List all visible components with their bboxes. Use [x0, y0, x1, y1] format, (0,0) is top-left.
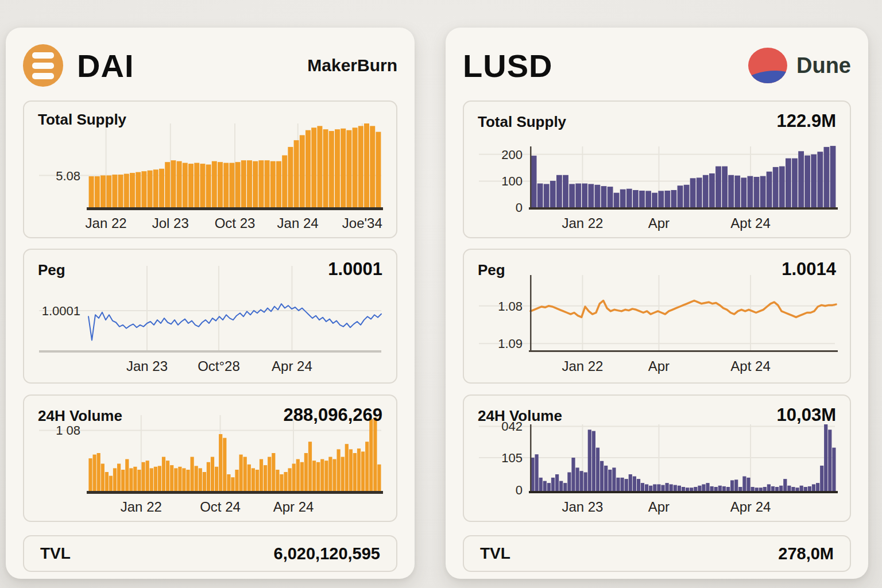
bar: [364, 123, 369, 207]
bar: [345, 444, 349, 491]
bar: [203, 472, 206, 491]
bar: [105, 472, 109, 491]
bar: [329, 131, 334, 207]
lusd-volume-chart: 0421050Jan 23AprApr 24: [475, 404, 838, 517]
bar: [282, 156, 287, 208]
bar: [722, 486, 726, 491]
bar: [820, 466, 823, 491]
bar: [159, 169, 164, 207]
bar: [760, 176, 766, 207]
bar: [272, 453, 275, 491]
bar: [317, 126, 322, 207]
bar: [666, 483, 669, 491]
lusd-peg-canvas: 1.081.09Jan 22AprApt 24: [475, 258, 838, 379]
dai-peg-canvas: 1.0001Jan 23Oct°28Apr 24: [36, 258, 385, 379]
y-tick-label: 042: [501, 419, 523, 434]
bar: [264, 465, 267, 491]
y-axis-line: [530, 146, 532, 207]
dai-peg-panel: Peg 1.0001 1.0001Jan 23Oct°28Apr 24: [23, 249, 397, 384]
x-tick-label: Apr 24: [730, 499, 771, 514]
source-link[interactable]: Dune: [796, 53, 851, 78]
tvl-label: TVL: [40, 544, 71, 563]
x-axis-line: [87, 491, 383, 494]
bar: [324, 461, 328, 491]
bar: [142, 462, 145, 491]
bar: [547, 483, 551, 491]
bar: [335, 129, 340, 207]
bar: [563, 483, 567, 491]
bar: [223, 163, 229, 207]
bar: [121, 470, 125, 491]
bar: [223, 438, 226, 491]
bar: [697, 177, 702, 207]
bar: [376, 132, 381, 207]
series-line: [531, 301, 836, 318]
x-tick-label: Apr: [648, 215, 670, 231]
x-tick-label: Apt 24: [730, 358, 770, 374]
bar: [812, 484, 815, 491]
bar: [353, 127, 358, 207]
token-title: LUSD: [463, 47, 552, 84]
x-axis-line: [529, 350, 838, 352]
x-tick-label: Oct 23: [215, 215, 256, 231]
x-tick-label: Oct 24: [200, 499, 241, 514]
bar: [734, 479, 738, 491]
bar: [95, 176, 100, 207]
bar: [212, 161, 217, 207]
bar: [177, 161, 182, 207]
bar: [150, 468, 153, 491]
bar: [101, 464, 105, 492]
bar: [576, 467, 579, 491]
bar: [88, 458, 92, 491]
bar: [305, 130, 311, 207]
y-tick-label: 1.0001: [42, 304, 80, 318]
bar: [284, 472, 287, 491]
bar: [678, 185, 683, 207]
bar: [804, 156, 810, 207]
bar: [800, 486, 803, 491]
x-tick-label: Jan 22: [121, 499, 162, 514]
bar: [170, 465, 173, 491]
bar: [194, 163, 199, 207]
bar: [174, 468, 177, 491]
bar: [265, 160, 270, 207]
lusd-card-header: LUSD Dune: [463, 40, 851, 91]
bar: [787, 486, 791, 491]
bar: [243, 457, 247, 491]
bar: [89, 176, 94, 207]
bar: [304, 453, 308, 491]
bar: [125, 459, 129, 491]
bar: [328, 457, 332, 491]
dune-logo-icon: [748, 48, 787, 83]
bar: [832, 448, 835, 491]
bar: [730, 480, 734, 491]
bar: [652, 193, 657, 207]
bar: [323, 129, 328, 207]
bar: [690, 178, 696, 207]
x-tick-label: Jan 23: [562, 499, 603, 514]
bar: [296, 459, 300, 491]
bar: [97, 453, 100, 491]
bar: [292, 464, 296, 492]
y-tick-label: 100: [501, 174, 523, 188]
bar: [741, 177, 746, 207]
x-tick-label: Jan 22: [562, 215, 603, 231]
bar: [571, 458, 575, 491]
y-tick-label: 5.08: [56, 169, 80, 183]
bar: [767, 172, 772, 207]
bar: [148, 171, 153, 207]
bar: [824, 147, 830, 207]
bar: [353, 453, 357, 491]
x-axis-line: [87, 207, 383, 210]
source-link[interactable]: MakerBurn: [307, 56, 397, 75]
stablecoin-dashboard: DAI MakerBurn Total Supply 5.08Jan 22Jol…: [0, 0, 882, 588]
bar: [559, 481, 563, 491]
bar: [183, 163, 188, 207]
bar: [595, 185, 601, 207]
bar: [582, 184, 587, 208]
x-tick-label: Apr: [648, 499, 670, 514]
bar: [308, 442, 312, 491]
bar: [817, 152, 823, 207]
bar: [235, 162, 241, 207]
bar: [567, 473, 571, 492]
